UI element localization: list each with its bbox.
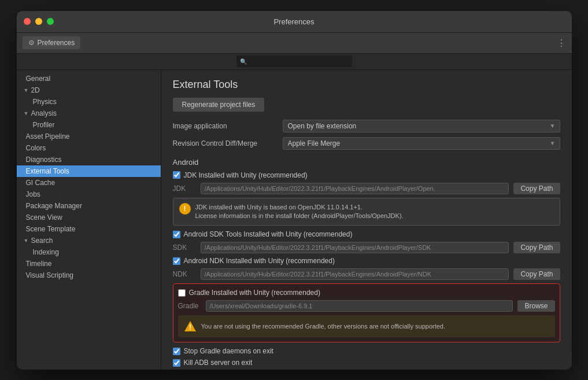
sdk-checkbox[interactable] (173, 231, 180, 238)
toolbar-left: ⚙ Preferences (23, 36, 81, 49)
gradle-warning-text: You are not using the recommended Gradle… (201, 323, 446, 330)
jdk-checkbox-label[interactable]: JDK Installed with Unity (recommended) (184, 171, 308, 179)
info-icon: ! (179, 203, 191, 215)
sidebar-item-search[interactable]: ▼ Search (17, 235, 161, 246)
jdk-copy-button[interactable]: Copy Path (513, 183, 560, 194)
expand-icon: ▼ (24, 87, 29, 93)
gradle-path-value: /Users/xreal/Downloads/gradle-6.9.1 (206, 300, 513, 312)
window-title: Preferences (273, 17, 314, 26)
jdk-path-row: JDK /Applications/Unity/Hub/Editor/2022.… (173, 183, 560, 194)
jdk-info-line2: License information is in the install fo… (195, 212, 404, 219)
expand-icon: ▼ (24, 110, 29, 116)
sidebar-item-analysis[interactable]: ▼ Analysis (17, 108, 161, 119)
gradle-key-label: Gradle (178, 302, 201, 310)
image-app-select[interactable]: Open by file extension (283, 120, 560, 132)
gradle-checkbox-label[interactable]: Gradle Installed with Unity (recommended… (189, 289, 320, 297)
stop-gradle-checkbox[interactable] (173, 348, 180, 355)
sidebar-item-2d-label: 2D (31, 86, 39, 94)
image-app-row: Image application Open by file extension… (173, 120, 560, 132)
sidebar-item-analysis-label: Analysis (31, 109, 57, 117)
preferences-window: Preferences ⚙ Preferences ⋮ 🔍 General ▼ … (17, 11, 572, 370)
kill-adb-label[interactable]: Kill ADB server on exit (184, 359, 253, 367)
jdk-checkbox-row: JDK Installed with Unity (recommended) (173, 171, 560, 179)
jdk-info-text: JDK installed with Unity is based on Ope… (195, 203, 404, 221)
ndk-key-label: NDK (173, 270, 196, 278)
maximize-button[interactable] (47, 18, 54, 25)
sidebar-item-package-manager[interactable]: Package Manager (17, 200, 161, 212)
sdk-copy-button[interactable]: Copy Path (513, 242, 560, 253)
sdk-key-label: SDK (173, 244, 196, 252)
gradle-checkbox-row: Gradle Installed with Unity (recommended… (178, 289, 555, 297)
jdk-info-line1: JDK installed with Unity is based on Ope… (195, 204, 363, 211)
revision-label: Revision Control Diff/Merge (173, 139, 277, 147)
window-controls (24, 18, 54, 25)
search-input[interactable] (249, 58, 349, 65)
jdk-info-box: ! JDK installed with Unity is based on O… (173, 198, 560, 226)
stop-gradle-row: Stop Gradle daemons on exit (173, 347, 560, 355)
gradle-browse-button[interactable]: Browse (517, 300, 554, 312)
sdk-path-row: SDK /Applications/Unity/Hub/Editor/2022.… (173, 242, 560, 253)
ndk-path-value: /Applications/Unity/Hub/Editor/2022.3.21… (201, 268, 509, 280)
sdk-checkbox-label[interactable]: Android SDK Tools Installed with Unity (… (184, 230, 353, 238)
ndk-checkbox-label[interactable]: Android NDK Installed with Unity (recomm… (184, 257, 335, 265)
prefs-tab-label: Preferences (38, 39, 75, 47)
sdk-path-value: /Applications/Unity/Hub/Editor/2022.3.21… (201, 242, 509, 253)
sidebar-item-external-tools[interactable]: External Tools (17, 165, 161, 177)
ndk-copy-button[interactable]: Copy Path (513, 268, 560, 280)
close-button[interactable] (24, 18, 31, 25)
gradle-warning-box: ! You are not using the recommended Grad… (178, 315, 555, 337)
sidebar: General ▼ 2D Physics ▼ Analysis Profiler… (17, 70, 161, 370)
sidebar-item-timeline[interactable]: Timeline (17, 258, 161, 270)
sidebar-item-search-label: Search (31, 237, 53, 245)
sidebar-item-indexing[interactable]: Indexing (17, 246, 161, 258)
sidebar-item-physics[interactable]: Physics (17, 96, 161, 108)
stop-gradle-label[interactable]: Stop Gradle daemons on exit (184, 347, 273, 355)
minimize-button[interactable] (35, 18, 42, 25)
jdk-path-value: /Applications/Unity/Hub/Editor/2022.3.21… (201, 183, 509, 194)
main-content: General ▼ 2D Physics ▼ Analysis Profiler… (17, 70, 572, 370)
sidebar-item-profiler[interactable]: Profiler (17, 119, 161, 131)
sidebar-item-visual-scripting[interactable]: Visual Scripting (17, 270, 161, 281)
gradle-checkbox[interactable] (178, 289, 186, 297)
revision-control-row: Revision Control Diff/Merge Apple File M… (173, 137, 560, 150)
kill-adb-checkbox[interactable] (173, 359, 180, 367)
titlebar: Preferences (17, 11, 572, 33)
sidebar-item-gi-cache[interactable]: GI Cache (17, 177, 161, 189)
sidebar-item-general[interactable]: General (17, 73, 161, 84)
gear-icon: ⚙ (28, 39, 35, 47)
sidebar-item-diagnostics[interactable]: Diagnostics (17, 154, 161, 165)
sidebar-item-colors[interactable]: Colors (17, 142, 161, 154)
image-app-label: Image application (173, 122, 277, 130)
sidebar-item-asset-pipeline[interactable]: Asset Pipeline (17, 131, 161, 142)
gradle-path-row: Gradle /Users/xreal/Downloads/gradle-6.9… (178, 300, 555, 312)
svg-text:!: ! (189, 323, 191, 331)
jdk-checkbox[interactable] (173, 171, 180, 179)
sidebar-item-2d[interactable]: ▼ 2D (17, 84, 161, 96)
more-options-icon[interactable]: ⋮ (557, 38, 566, 49)
expand-icon: ▼ (24, 238, 29, 244)
page-title: External Tools (173, 79, 560, 91)
sidebar-item-scene-view[interactable]: Scene View (17, 212, 161, 223)
search-icon: 🔍 (240, 58, 247, 65)
ndk-path-row: NDK /Applications/Unity/Hub/Editor/2022.… (173, 268, 560, 280)
ndk-checkbox[interactable] (173, 257, 180, 265)
toolbar: ⚙ Preferences ⋮ (17, 33, 572, 54)
kill-adb-row: Kill ADB server on exit (173, 359, 560, 367)
warning-triangle-icon: ! (184, 320, 197, 333)
sdk-checkbox-row: Android SDK Tools Installed with Unity (… (173, 230, 560, 238)
android-section-label: Android (173, 158, 560, 167)
regen-project-files-button[interactable]: Regenerate project files (173, 98, 265, 112)
image-app-select-wrapper: Open by file extension ▼ (283, 120, 560, 132)
content-area: External Tools Regenerate project files … (161, 70, 572, 370)
ndk-checkbox-row: Android NDK Installed with Unity (recomm… (173, 257, 560, 265)
preferences-tab[interactable]: ⚙ Preferences (23, 36, 81, 49)
search-bar: 🔍 (17, 54, 572, 70)
sidebar-item-scene-template[interactable]: Scene Template (17, 223, 161, 235)
jdk-key-label: JDK (173, 185, 196, 193)
revision-select[interactable]: Apple File Merge (283, 137, 560, 150)
sidebar-item-jobs[interactable]: Jobs (17, 189, 161, 200)
gradle-section: Gradle Installed with Unity (recommended… (173, 283, 560, 342)
revision-select-wrapper: Apple File Merge ▼ (283, 137, 560, 150)
search-wrapper: 🔍 (236, 56, 352, 67)
